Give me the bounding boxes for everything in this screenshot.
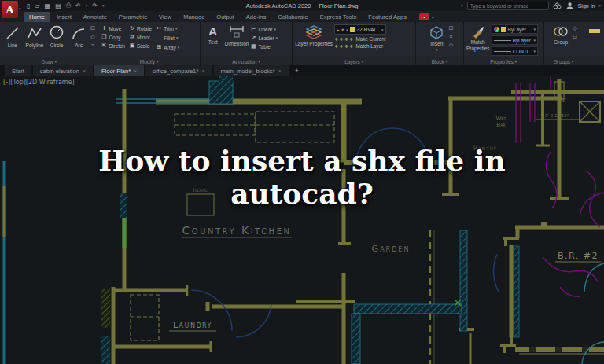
panel-label-groups[interactable]: Groups▾ bbox=[544, 57, 584, 65]
lineweight-value: CONTI... bbox=[513, 49, 532, 54]
match-properties-button[interactable]: Match Properties bbox=[466, 24, 490, 51]
layer-properties-button[interactable]: Layer Properties bbox=[295, 24, 333, 46]
object-color-select[interactable]: ByLayer ▾ bbox=[492, 24, 538, 34]
sign-in-button[interactable]: Sign In bbox=[578, 3, 595, 9]
qat-caret-icon[interactable]: ▾ bbox=[102, 3, 105, 8]
new-file-icon[interactable]: ▯ bbox=[27, 2, 30, 9]
properties-caret-icon: ▾ bbox=[515, 60, 517, 64]
leader-button[interactable]: ↗Leader▾ bbox=[250, 35, 278, 41]
stretch-button[interactable]: ⇱Stretch bbox=[101, 42, 125, 49]
table-button[interactable]: ▦Table bbox=[250, 43, 278, 50]
file-tab-floor-plan[interactable]: Floor Plan*× bbox=[94, 65, 144, 76]
layer-color-swatch bbox=[350, 27, 355, 32]
save-as-icon[interactable]: ▤ bbox=[55, 2, 61, 9]
new-drawing-tab-button[interactable]: + bbox=[290, 65, 304, 76]
plot-icon[interactable]: ⎙ bbox=[66, 2, 71, 9]
rotate-button[interactable]: ↻Rotate bbox=[129, 25, 152, 31]
copy-button[interactable]: ❐Copy bbox=[101, 34, 125, 40]
array-caret-icon: ▾ bbox=[178, 45, 180, 50]
tab-manage[interactable]: Manage bbox=[178, 12, 210, 22]
lineweight-sample bbox=[494, 51, 511, 52]
group-edit-icon[interactable]: ⊡ bbox=[573, 34, 577, 40]
close-icon[interactable]: × bbox=[134, 68, 137, 74]
tab-featured-apps[interactable]: Featured Apps bbox=[363, 12, 412, 22]
ribbon-caret-icon[interactable]: ▾ bbox=[432, 15, 434, 20]
layer-lock-icon: ▪ bbox=[346, 28, 348, 32]
undo-icon[interactable]: ↶ bbox=[76, 2, 81, 9]
viewport-controls[interactable]: [-][Top][2D Wireframe] bbox=[3, 79, 75, 86]
save-icon[interactable]: ▦ bbox=[45, 2, 51, 9]
titlebar-more-icon[interactable]: ▾ bbox=[598, 3, 601, 8]
tab-view[interactable]: View bbox=[153, 12, 177, 22]
array-button[interactable]: ⊞Array▾ bbox=[156, 44, 179, 50]
linetype-select[interactable]: ByLayer ▾ bbox=[492, 35, 538, 45]
text-button[interactable]: A Text bbox=[203, 24, 223, 45]
tab-express-tools[interactable]: Express Tools bbox=[315, 12, 363, 22]
ungroup-icon[interactable]: ◇ bbox=[573, 25, 576, 31]
insert-button[interactable]: Insert ▾ bbox=[426, 24, 447, 52]
trim-button[interactable]: ✂Trim▾ bbox=[156, 25, 179, 31]
binoculars-search-icon[interactable] bbox=[553, 2, 562, 10]
open-file-icon[interactable]: ▱ bbox=[35, 2, 39, 9]
close-icon[interactable]: × bbox=[201, 68, 204, 74]
connect-icon[interactable]: • bbox=[419, 13, 429, 20]
close-icon[interactable]: × bbox=[83, 68, 86, 74]
panel-label-block[interactable]: Block▾ bbox=[416, 57, 463, 65]
arc-icon bbox=[70, 24, 87, 42]
user-icon[interactable] bbox=[565, 2, 574, 10]
fillet-button[interactable]: ⌒Fillet▾ bbox=[156, 34, 179, 42]
autocad-window: A ▾ ▯ ▱ ▦ ▤ ⎙ ↶ ▾ ↷ ▾ Autodesk AutoCAD 2… bbox=[0, 0, 604, 364]
panel-label-properties[interactable]: Properties▾ bbox=[464, 57, 543, 65]
redo-icon[interactable]: ↷ bbox=[92, 2, 98, 9]
mirror-button[interactable]: ⇄Mirror bbox=[129, 34, 152, 40]
arc-button[interactable]: Arc bbox=[68, 24, 89, 48]
rectangle-tool-icon[interactable]: ⊡ bbox=[90, 25, 95, 31]
measure-icon[interactable] bbox=[589, 29, 600, 33]
dimension-button[interactable]: Dimension bbox=[225, 24, 249, 46]
search-input[interactable] bbox=[467, 2, 549, 10]
linear-button[interactable]: ⊢Linear▾ bbox=[250, 26, 278, 32]
undo-caret-icon[interactable]: ▾ bbox=[86, 3, 88, 8]
make-current-button[interactable]: ❖❖❖❖ Make Current bbox=[334, 36, 386, 42]
title-bar: A ▾ ▯ ▱ ▦ ▤ ⎙ ↶ ▾ ↷ ▾ Autodesk AutoCAD 2… bbox=[0, 0, 604, 11]
autocad-logo[interactable]: A bbox=[2, 1, 18, 18]
layer-select[interactable]: ● ☀ ▪ 32 HVAC ▾ bbox=[334, 24, 386, 35]
tab-output[interactable]: Output bbox=[211, 12, 240, 22]
text-icon: A bbox=[208, 24, 217, 39]
panel-layers: Layer Properties ● ☀ ▪ 32 HVAC ▾ ❖❖❖❖ Ma… bbox=[293, 22, 416, 65]
match-layer-button[interactable]: ❖❖❖❖ Match Layer bbox=[334, 43, 386, 49]
tab-annotate[interactable]: Annotate bbox=[78, 12, 112, 22]
tab-home[interactable]: Home bbox=[24, 12, 50, 22]
label-garden: Garden bbox=[372, 244, 411, 254]
search-flyout-icon[interactable]: ▾ bbox=[461, 3, 463, 8]
panel-label-layers[interactable]: Layers▾ bbox=[293, 57, 415, 65]
move-button[interactable]: ✛Move bbox=[101, 25, 125, 31]
drawing-area[interactable]: [-][Top][2D Wireframe] bbox=[0, 76, 604, 364]
block-attrs-icon[interactable]: ◇ bbox=[449, 42, 453, 48]
close-icon[interactable]: × bbox=[278, 68, 282, 74]
lineweight-select[interactable]: CONTI... ▾ bbox=[492, 46, 538, 56]
tab-parametric[interactable]: Parametric bbox=[113, 12, 153, 22]
file-tab-office-compare[interactable]: office_compare1*× bbox=[145, 65, 212, 76]
tab-collaborate[interactable]: Collaborate bbox=[272, 12, 313, 22]
file-tab-start[interactable]: Start bbox=[5, 65, 31, 76]
edit-block-icon[interactable]: ≡ bbox=[449, 34, 452, 39]
tab-add-ins[interactable]: Add-ins bbox=[241, 12, 271, 22]
create-block-icon[interactable]: ⊡ bbox=[448, 25, 453, 31]
circle-button[interactable]: Circle bbox=[46, 24, 67, 48]
panel-label-annotation[interactable]: Annotation▾ bbox=[201, 57, 293, 65]
color-wheel-icon bbox=[494, 27, 499, 32]
ellipse-tool-icon[interactable]: ◇ bbox=[90, 34, 94, 40]
tab-insert[interactable]: Insert bbox=[51, 12, 77, 22]
line-button[interactable]: Line bbox=[2, 24, 23, 48]
scale-button[interactable]: ▣Scale bbox=[129, 42, 152, 49]
panel-label-draw[interactable]: Draw▾ bbox=[0, 57, 98, 65]
hatch-tool-icon[interactable]: ≡ bbox=[91, 42, 94, 48]
block-caret-icon: ▾ bbox=[446, 60, 447, 64]
file-tab-main-model-blocks[interactable]: main_model_blocks*× bbox=[214, 65, 289, 76]
file-tab-cabin-elevation[interactable]: cabin elevation× bbox=[33, 65, 93, 76]
color-value: ByLayer bbox=[508, 27, 532, 32]
polyline-button[interactable]: Polyline bbox=[24, 24, 45, 48]
panel-label-modify[interactable]: Modify▾ bbox=[98, 57, 199, 65]
group-button[interactable]: Group bbox=[551, 24, 571, 45]
